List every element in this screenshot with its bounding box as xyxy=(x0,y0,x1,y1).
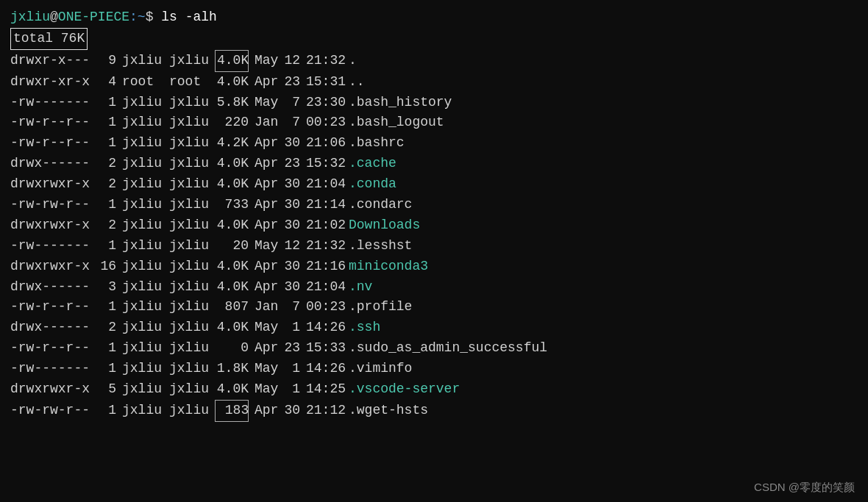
file-day: 1 xyxy=(284,379,300,400)
file-day: 7 xyxy=(284,297,300,318)
file-time: 21:16 xyxy=(306,257,343,277)
file-links: 1 xyxy=(99,112,116,133)
list-item: -rw------- 1 jxliu jxliu 20 May 12 21:32… xyxy=(10,236,858,257)
file-links: 3 xyxy=(99,277,116,298)
list-item: drwx------ 2 jxliu jxliu 4.0K May 1 14:2… xyxy=(10,318,858,338)
file-links: 1 xyxy=(99,236,116,257)
file-perms: drwxrwxr-x xyxy=(10,174,91,195)
list-item: -rw-rw-r-- 1 jxliu jxliu 733 Apr 30 21:1… xyxy=(10,195,858,215)
file-perms: drwxr-xr-x xyxy=(10,72,91,93)
file-time: 21:32 xyxy=(306,236,343,257)
prompt-user: jxliu xyxy=(10,7,50,28)
file-group: root xyxy=(169,72,212,93)
file-size: 0 xyxy=(215,338,249,359)
file-month: Apr xyxy=(255,215,281,236)
list-item: drwx------ 3 jxliu jxliu 4.0K Apr 30 21:… xyxy=(10,277,858,298)
file-month: Apr xyxy=(255,401,281,421)
file-month: May xyxy=(255,51,281,71)
file-links: 1 xyxy=(99,359,116,379)
file-size: 5.8K xyxy=(215,93,249,113)
file-time: 21:04 xyxy=(306,174,343,195)
file-day: 30 xyxy=(284,133,300,154)
file-user: jxliu xyxy=(122,154,166,174)
file-time: 21:32 xyxy=(306,51,343,71)
file-perms: drwx------ xyxy=(10,318,91,338)
file-month: Jan xyxy=(255,112,281,133)
file-user: jxliu xyxy=(122,401,166,421)
file-day: 30 xyxy=(284,401,300,421)
file-group: jxliu xyxy=(169,359,212,379)
file-group: jxliu xyxy=(169,51,212,71)
file-group: jxliu xyxy=(169,236,212,257)
file-perms: -rw-r--r-- xyxy=(10,338,91,359)
file-month: Apr xyxy=(255,195,281,215)
file-perms: drwxrwxr-x xyxy=(10,257,91,277)
file-name: .conda xyxy=(349,174,396,195)
file-day: 30 xyxy=(284,215,300,236)
list-item: drwxr-xr-x 4 root root 4.0K Apr 23 15:31… xyxy=(10,72,858,93)
file-time: 21:06 xyxy=(306,133,343,154)
file-month: Jan xyxy=(255,297,281,318)
file-time: 00:23 xyxy=(306,297,343,318)
file-day: 7 xyxy=(284,112,300,133)
file-size: 1.8K xyxy=(215,359,249,379)
file-links: 2 xyxy=(99,318,116,338)
file-group: jxliu xyxy=(169,93,212,113)
file-day: 1 xyxy=(284,359,300,379)
file-user: jxliu xyxy=(122,215,166,236)
file-name: .profile xyxy=(349,297,412,318)
file-group: jxliu xyxy=(169,154,212,174)
prompt-path: ~ xyxy=(138,7,146,28)
file-day: 23 xyxy=(284,154,300,174)
file-name: .wget-hsts xyxy=(349,401,428,421)
file-time: 21:14 xyxy=(306,195,343,215)
file-user: jxliu xyxy=(122,359,166,379)
file-month: May xyxy=(255,359,281,379)
file-links: 2 xyxy=(99,174,116,195)
file-links: 5 xyxy=(99,379,116,400)
file-user: jxliu xyxy=(122,133,166,154)
file-group: jxliu xyxy=(169,257,212,277)
file-month: Apr xyxy=(255,338,281,359)
file-size: 4.0K xyxy=(215,50,249,72)
file-time: 21:02 xyxy=(306,215,343,236)
file-links: 9 xyxy=(99,51,116,71)
file-perms: drwx------ xyxy=(10,154,91,174)
file-size: 183 xyxy=(215,400,249,422)
list-item: -rw------- 1 jxliu jxliu 5.8K May 7 23:3… xyxy=(10,93,858,113)
file-group: jxliu xyxy=(169,174,212,195)
file-name: Downloads xyxy=(349,215,420,236)
file-group: jxliu xyxy=(169,297,212,318)
list-item: drwxr-x--- 9 jxliu jxliu 4.0K May 12 21:… xyxy=(10,50,858,72)
file-perms: drwx------ xyxy=(10,277,91,298)
file-time: 15:31 xyxy=(306,72,343,93)
file-perms: -rw------- xyxy=(10,236,91,257)
file-name: . xyxy=(349,51,357,71)
file-month: May xyxy=(255,318,281,338)
file-size: 4.0K xyxy=(215,154,249,174)
file-day: 23 xyxy=(284,72,300,93)
total-value: total 76K xyxy=(10,28,88,50)
file-name: .bashrc xyxy=(349,133,405,154)
file-time: 14:25 xyxy=(306,379,343,400)
file-group: jxliu xyxy=(169,379,212,400)
list-item: drwxrwxr-x 16 jxliu jxliu 4.0K Apr 30 21… xyxy=(10,257,858,277)
file-name: .condarc xyxy=(349,195,412,215)
file-time: 21:12 xyxy=(306,401,343,421)
list-item: -rw-r--r-- 1 jxliu jxliu 220 Jan 7 00:23… xyxy=(10,112,858,133)
file-user: root xyxy=(122,72,166,93)
file-user: jxliu xyxy=(122,379,166,400)
file-month: May xyxy=(255,379,281,400)
file-perms: drwxrwxr-x xyxy=(10,215,91,236)
file-perms: -rw-rw-r-- xyxy=(10,401,91,421)
file-user: jxliu xyxy=(122,195,166,215)
file-size: 807 xyxy=(215,297,249,318)
file-links: 1 xyxy=(99,195,116,215)
file-user: jxliu xyxy=(122,112,166,133)
file-size: 20 xyxy=(215,236,249,257)
file-name: .cache xyxy=(349,154,396,174)
file-time: 15:33 xyxy=(306,338,343,359)
file-name: .ssh xyxy=(349,318,380,338)
file-day: 30 xyxy=(284,257,300,277)
file-name: .bash_history xyxy=(349,93,452,113)
